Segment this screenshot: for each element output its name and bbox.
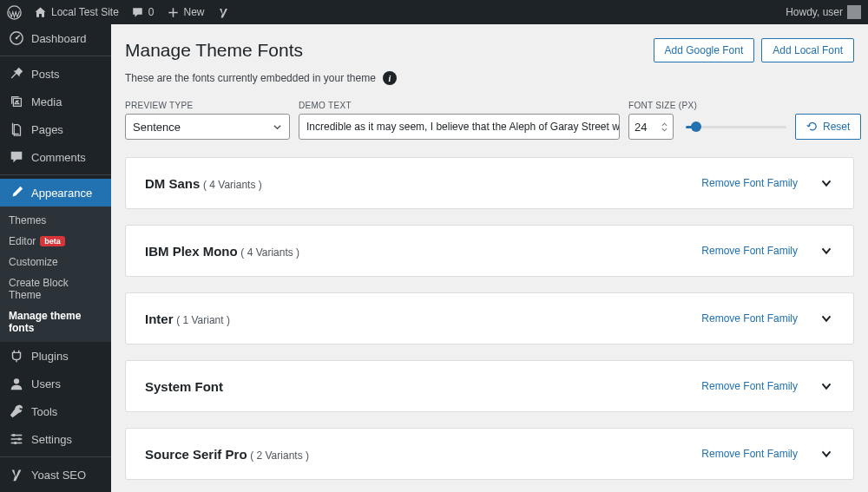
demo-text-value: Incredible as it may seem, I believe tha… [306, 121, 620, 133]
user-greeting[interactable]: Howdy, user [786, 5, 861, 19]
slider-thumb[interactable] [691, 121, 701, 132]
font-card-actions: Remove Font Family [701, 446, 834, 462]
remove-font-link[interactable]: Remove Font Family [701, 177, 798, 189]
site-name-text: Local Test Site [51, 6, 119, 18]
page-description: These are the fonts currently embedded i… [125, 72, 376, 84]
reset-button[interactable]: Reset [795, 114, 861, 140]
remove-font-link[interactable]: Remove Font Family [701, 380, 798, 392]
font-title: DM Sans ( 4 Variants ) [145, 176, 262, 191]
sidebar-label: Yoast SEO [31, 469, 86, 482]
preview-type-label: PREVIEW TYPE [125, 101, 290, 110]
comments-link[interactable]: 0 [131, 6, 155, 19]
font-card: DM Sans ( 4 Variants )Remove Font Family [125, 157, 854, 209]
font-size-value: 24 [635, 121, 647, 134]
preview-type-select[interactable]: Sentence [125, 114, 290, 140]
wordpress-logo-icon [7, 5, 22, 20]
reset-label: Reset [823, 121, 850, 133]
sidebar-item-pages[interactable]: Pages [0, 115, 111, 143]
font-card: IBM Plex Mono ( 4 Variants )Remove Font … [125, 225, 854, 277]
chevron-down-icon[interactable] [819, 378, 834, 394]
font-name: System Font [145, 379, 223, 394]
avatar [847, 5, 861, 19]
font-card: Inter ( 1 Variant )Remove Font Family [125, 292, 854, 344]
sidebar-item-media[interactable]: Media [0, 88, 111, 115]
submenu-create-block-theme[interactable]: Create Block Theme [0, 272, 111, 305]
collapse-menu[interactable]: Collapse menu [0, 489, 111, 492]
main-content: Manage Theme Fonts Add Google Font Add L… [111, 24, 868, 492]
font-card: Source Serif Pro ( 2 Variants )Remove Fo… [125, 428, 854, 480]
font-name: DM Sans [145, 176, 200, 191]
font-card-actions: Remove Font Family [701, 243, 834, 259]
wp-logo-menu[interactable] [7, 5, 22, 20]
add-local-font-button[interactable]: Add Local Font [761, 38, 854, 62]
reset-icon [806, 121, 819, 133]
spinner-arrows[interactable] [661, 122, 667, 132]
font-size-input[interactable]: 24 [628, 114, 674, 140]
svg-rect-7 [14, 442, 16, 444]
font-title: IBM Plex Mono ( 4 Variants ) [145, 244, 299, 259]
sidebar-item-yoast[interactable]: Yoast SEO [0, 461, 111, 489]
font-variants: ( 4 Variants ) [240, 246, 299, 259]
font-title: Source Serif Pro ( 2 Variants ) [145, 447, 309, 462]
sidebar-item-settings[interactable]: Settings [0, 425, 111, 453]
admin-bar: Local Test Site 0 New Howdy, user [0, 0, 868, 24]
sidebar-item-comments[interactable]: Comments [0, 143, 111, 171]
admin-sidebar: Dashboard Posts Media Pages Comments App… [0, 24, 111, 492]
font-size-slider[interactable] [686, 114, 786, 140]
svg-rect-5 [13, 434, 16, 436]
chevron-down-icon[interactable] [819, 175, 834, 191]
new-content-link[interactable]: New [167, 6, 205, 19]
controls-row: PREVIEW TYPE Sentence DEMO TEXT Incredib… [125, 101, 854, 140]
menu-separator [0, 456, 111, 457]
svg-point-2 [16, 37, 18, 40]
remove-font-link[interactable]: Remove Font Family [701, 312, 798, 325]
plugin-icon [9, 348, 24, 364]
sidebar-item-dashboard[interactable]: Dashboard [0, 24, 111, 52]
sidebar-item-appearance[interactable]: Appearance [0, 179, 111, 207]
sidebar-item-tools[interactable]: Tools [0, 397, 111, 425]
submenu-editor[interactable]: Editor beta [0, 231, 111, 252]
sidebar-label: Media [31, 95, 62, 108]
sidebar-item-users[interactable]: Users [0, 370, 111, 397]
svg-point-4 [14, 378, 19, 384]
font-name: IBM Plex Mono [145, 244, 238, 259]
admin-bar-left: Local Test Site 0 New [7, 5, 230, 20]
beta-badge: beta [40, 236, 65, 246]
remove-font-link[interactable]: Remove Font Family [701, 245, 798, 257]
pages-icon [9, 121, 24, 137]
font-variants: ( 1 Variant ) [176, 314, 230, 326]
svg-point-3 [17, 100, 19, 102]
header-actions: Add Google Font Add Local Font [654, 38, 854, 62]
sidebar-label: Settings [31, 433, 72, 446]
sidebar-label: Users [31, 377, 61, 390]
add-google-font-button[interactable]: Add Google Font [654, 38, 755, 62]
font-card-actions: Remove Font Family [701, 175, 834, 191]
font-variants: ( 4 Variants ) [203, 179, 262, 191]
info-icon[interactable]: i [383, 71, 397, 85]
chevron-down-icon[interactable] [819, 243, 834, 259]
sidebar-label: Appearance [31, 187, 92, 200]
remove-font-link[interactable]: Remove Font Family [701, 448, 798, 460]
admin-bar-right: Howdy, user [786, 5, 861, 19]
svg-rect-6 [18, 438, 21, 441]
submenu-customize[interactable]: Customize [0, 252, 111, 272]
chevron-up-icon [661, 122, 667, 127]
yoast-menu-icon [9, 467, 24, 482]
preview-type-value: Sentence [133, 121, 181, 134]
demo-text-input[interactable]: Incredible as it may seem, I believe tha… [299, 114, 620, 140]
page-header: Manage Theme Fonts Add Google Font Add L… [125, 38, 854, 62]
home-icon [34, 6, 47, 19]
demo-text-label: DEMO TEXT [299, 101, 620, 110]
site-name-link[interactable]: Local Test Site [34, 6, 119, 19]
user-icon [9, 376, 24, 391]
sidebar-item-posts[interactable]: Posts [0, 60, 111, 88]
font-card: System Font Remove Font Family [125, 360, 854, 412]
submenu-manage-fonts[interactable]: Manage theme fonts [0, 305, 111, 338]
sidebar-item-plugins[interactable]: Plugins [0, 342, 111, 370]
chevron-down-icon[interactable] [819, 446, 834, 462]
menu-separator [0, 56, 111, 56]
new-label: New [184, 6, 205, 18]
yoast-adminbar[interactable] [217, 6, 230, 19]
submenu-themes[interactable]: Themes [0, 210, 111, 231]
chevron-down-icon[interactable] [819, 311, 834, 326]
